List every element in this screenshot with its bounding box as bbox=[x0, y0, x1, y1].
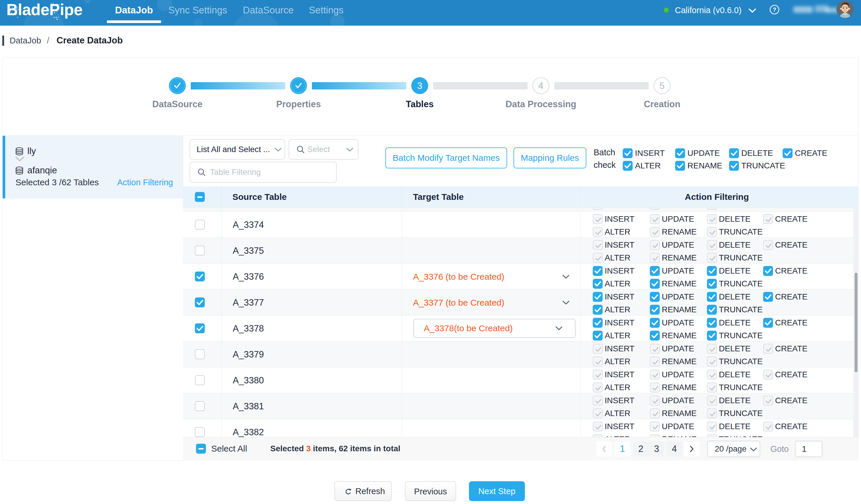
svg-text:?: ? bbox=[773, 6, 776, 13]
